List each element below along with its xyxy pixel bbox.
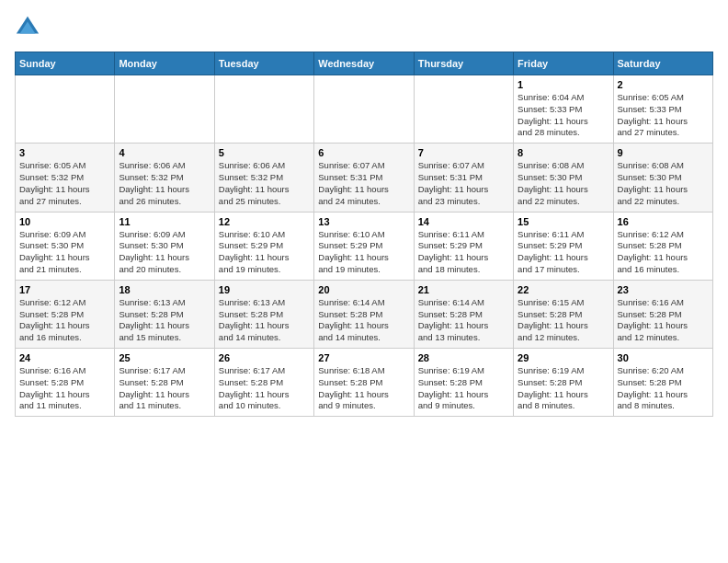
calendar-week-row: 10Sunrise: 6:09 AMSunset: 5:30 PMDayligh… xyxy=(16,212,713,280)
day-number: 11 xyxy=(119,216,210,227)
day-number: 14 xyxy=(418,216,509,227)
calendar-cell: 22Sunrise: 6:15 AMSunset: 5:28 PMDayligh… xyxy=(514,280,613,348)
page-header xyxy=(15,15,713,40)
day-info: Sunrise: 6:04 AMSunset: 5:33 PMDaylight:… xyxy=(518,92,609,139)
weekday-header-row: SundayMondayTuesdayWednesdayThursdayFrid… xyxy=(16,52,713,75)
day-number: 28 xyxy=(418,352,509,363)
calendar-week-row: 3Sunrise: 6:05 AMSunset: 5:32 PMDaylight… xyxy=(16,144,713,212)
day-info: Sunrise: 6:17 AMSunset: 5:28 PMDaylight:… xyxy=(119,365,210,412)
calendar-cell: 8Sunrise: 6:08 AMSunset: 5:30 PMDaylight… xyxy=(514,144,613,212)
calendar-cell xyxy=(16,75,115,144)
calendar-cell: 20Sunrise: 6:14 AMSunset: 5:28 PMDayligh… xyxy=(314,280,414,348)
calendar-cell xyxy=(314,75,414,144)
calendar-cell: 1Sunrise: 6:04 AMSunset: 5:33 PMDaylight… xyxy=(514,75,613,144)
day-number: 27 xyxy=(318,352,409,363)
day-number: 2 xyxy=(618,79,709,90)
day-number: 25 xyxy=(119,352,210,363)
calendar-cell: 26Sunrise: 6:17 AMSunset: 5:28 PMDayligh… xyxy=(214,349,313,417)
day-number: 6 xyxy=(318,147,409,158)
day-info: Sunrise: 6:06 AMSunset: 5:32 PMDaylight:… xyxy=(119,160,210,207)
day-info: Sunrise: 6:10 AMSunset: 5:29 PMDaylight:… xyxy=(219,229,310,276)
calendar-cell: 9Sunrise: 6:08 AMSunset: 5:30 PMDaylight… xyxy=(613,144,712,212)
day-info: Sunrise: 6:18 AMSunset: 5:28 PMDaylight:… xyxy=(318,365,409,412)
calendar-cell xyxy=(414,75,513,144)
day-info: Sunrise: 6:11 AMSunset: 5:29 PMDaylight:… xyxy=(518,229,609,276)
day-info: Sunrise: 6:14 AMSunset: 5:28 PMDaylight:… xyxy=(418,297,509,344)
weekday-header: Wednesday xyxy=(314,52,414,75)
day-number: 12 xyxy=(219,216,310,227)
day-number: 18 xyxy=(119,284,210,295)
day-info: Sunrise: 6:19 AMSunset: 5:28 PMDaylight:… xyxy=(518,365,609,412)
calendar-cell: 6Sunrise: 6:07 AMSunset: 5:31 PMDaylight… xyxy=(314,144,414,212)
calendar-cell: 30Sunrise: 6:20 AMSunset: 5:28 PMDayligh… xyxy=(613,349,712,417)
day-info: Sunrise: 6:13 AMSunset: 5:28 PMDaylight:… xyxy=(219,297,310,344)
day-info: Sunrise: 6:09 AMSunset: 5:30 PMDaylight:… xyxy=(19,229,110,276)
weekday-header: Thursday xyxy=(414,52,513,75)
calendar-cell: 5Sunrise: 6:06 AMSunset: 5:32 PMDaylight… xyxy=(214,144,313,212)
weekday-header: Tuesday xyxy=(214,52,313,75)
day-info: Sunrise: 6:05 AMSunset: 5:32 PMDaylight:… xyxy=(19,160,110,207)
day-number: 1 xyxy=(518,79,609,90)
calendar-cell: 10Sunrise: 6:09 AMSunset: 5:30 PMDayligh… xyxy=(16,212,115,280)
weekday-header: Sunday xyxy=(16,52,115,75)
day-number: 22 xyxy=(518,284,609,295)
day-number: 10 xyxy=(19,216,110,227)
day-info: Sunrise: 6:09 AMSunset: 5:30 PMDaylight:… xyxy=(119,229,210,276)
day-number: 23 xyxy=(618,284,709,295)
calendar-cell: 11Sunrise: 6:09 AMSunset: 5:30 PMDayligh… xyxy=(115,212,214,280)
day-info: Sunrise: 6:10 AMSunset: 5:29 PMDaylight:… xyxy=(318,229,409,276)
calendar-cell xyxy=(115,75,214,144)
calendar-cell: 29Sunrise: 6:19 AMSunset: 5:28 PMDayligh… xyxy=(514,349,613,417)
day-number: 15 xyxy=(518,216,609,227)
calendar-cell: 28Sunrise: 6:19 AMSunset: 5:28 PMDayligh… xyxy=(414,349,513,417)
calendar-cell: 4Sunrise: 6:06 AMSunset: 5:32 PMDaylight… xyxy=(115,144,214,212)
calendar-cell: 24Sunrise: 6:16 AMSunset: 5:28 PMDayligh… xyxy=(16,349,115,417)
calendar-cell: 21Sunrise: 6:14 AMSunset: 5:28 PMDayligh… xyxy=(414,280,513,348)
day-number: 9 xyxy=(618,147,709,158)
day-info: Sunrise: 6:07 AMSunset: 5:31 PMDaylight:… xyxy=(318,160,409,207)
day-info: Sunrise: 6:07 AMSunset: 5:31 PMDaylight:… xyxy=(418,160,509,207)
weekday-header: Monday xyxy=(115,52,214,75)
day-number: 16 xyxy=(618,216,709,227)
calendar-cell: 25Sunrise: 6:17 AMSunset: 5:28 PMDayligh… xyxy=(115,349,214,417)
day-info: Sunrise: 6:06 AMSunset: 5:32 PMDaylight:… xyxy=(219,160,310,207)
day-number: 13 xyxy=(318,216,409,227)
day-info: Sunrise: 6:20 AMSunset: 5:28 PMDaylight:… xyxy=(618,365,709,412)
calendar-cell: 7Sunrise: 6:07 AMSunset: 5:31 PMDaylight… xyxy=(414,144,513,212)
day-info: Sunrise: 6:19 AMSunset: 5:28 PMDaylight:… xyxy=(418,365,509,412)
day-info: Sunrise: 6:08 AMSunset: 5:30 PMDaylight:… xyxy=(518,160,609,207)
calendar: SundayMondayTuesdayWednesdayThursdayFrid… xyxy=(15,52,713,417)
day-info: Sunrise: 6:12 AMSunset: 5:28 PMDaylight:… xyxy=(19,297,110,344)
calendar-cell: 16Sunrise: 6:12 AMSunset: 5:28 PMDayligh… xyxy=(613,212,712,280)
day-number: 5 xyxy=(219,147,310,158)
day-number: 17 xyxy=(19,284,110,295)
logo-icon xyxy=(15,15,40,40)
day-number: 20 xyxy=(318,284,409,295)
day-info: Sunrise: 6:05 AMSunset: 5:33 PMDaylight:… xyxy=(618,92,709,139)
day-info: Sunrise: 6:12 AMSunset: 5:28 PMDaylight:… xyxy=(618,229,709,276)
day-info: Sunrise: 6:14 AMSunset: 5:28 PMDaylight:… xyxy=(318,297,409,344)
day-info: Sunrise: 6:15 AMSunset: 5:28 PMDaylight:… xyxy=(518,297,609,344)
day-number: 7 xyxy=(418,147,509,158)
day-info: Sunrise: 6:08 AMSunset: 5:30 PMDaylight:… xyxy=(618,160,709,207)
calendar-week-row: 17Sunrise: 6:12 AMSunset: 5:28 PMDayligh… xyxy=(16,280,713,348)
calendar-cell: 17Sunrise: 6:12 AMSunset: 5:28 PMDayligh… xyxy=(16,280,115,348)
day-number: 30 xyxy=(618,352,709,363)
day-number: 4 xyxy=(119,147,210,158)
day-number: 8 xyxy=(518,147,609,158)
calendar-cell xyxy=(214,75,313,144)
calendar-week-row: 1Sunrise: 6:04 AMSunset: 5:33 PMDaylight… xyxy=(16,75,713,144)
day-info: Sunrise: 6:17 AMSunset: 5:28 PMDaylight:… xyxy=(219,365,310,412)
calendar-cell: 2Sunrise: 6:05 AMSunset: 5:33 PMDaylight… xyxy=(613,75,712,144)
weekday-header: Friday xyxy=(514,52,613,75)
calendar-cell: 23Sunrise: 6:16 AMSunset: 5:28 PMDayligh… xyxy=(613,280,712,348)
calendar-cell: 18Sunrise: 6:13 AMSunset: 5:28 PMDayligh… xyxy=(115,280,214,348)
calendar-cell: 15Sunrise: 6:11 AMSunset: 5:29 PMDayligh… xyxy=(514,212,613,280)
logo xyxy=(15,15,44,40)
day-info: Sunrise: 6:16 AMSunset: 5:28 PMDaylight:… xyxy=(618,297,709,344)
calendar-cell: 27Sunrise: 6:18 AMSunset: 5:28 PMDayligh… xyxy=(314,349,414,417)
calendar-cell: 13Sunrise: 6:10 AMSunset: 5:29 PMDayligh… xyxy=(314,212,414,280)
day-number: 19 xyxy=(219,284,310,295)
day-number: 29 xyxy=(518,352,609,363)
calendar-cell: 3Sunrise: 6:05 AMSunset: 5:32 PMDaylight… xyxy=(16,144,115,212)
